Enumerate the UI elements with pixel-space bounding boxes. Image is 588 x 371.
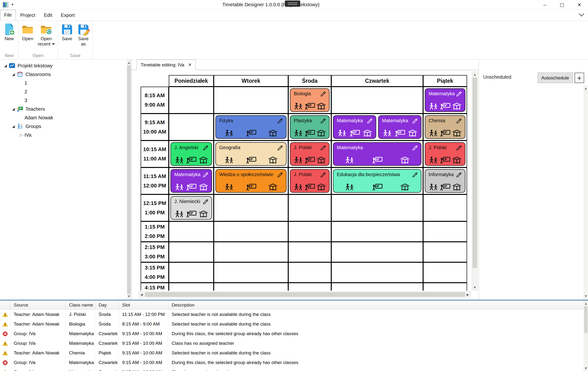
scroll-left-icon[interactable]: ◀ — [140, 292, 143, 297]
pencil-icon[interactable] — [277, 145, 283, 151]
scroll-up-icon[interactable]: ▲ — [584, 87, 588, 90]
issue-description: Selected teacher is not available during… — [168, 310, 588, 319]
pencil-icon[interactable] — [456, 145, 462, 151]
class-block-fizyka[interactable]: Fizyka — [215, 115, 286, 139]
pencil-icon[interactable] — [320, 91, 326, 97]
grid-hscroll-thumb[interactable] — [145, 292, 465, 297]
scroll-down-icon[interactable]: ▼ — [127, 295, 131, 298]
issue-row[interactable]: Group: IVaMatematykaCzwartek9:15 AM - 10… — [0, 358, 588, 367]
expander-expanded-icon[interactable]: ◢ — [10, 72, 17, 76]
expander-expanded-icon[interactable]: ◢ — [10, 124, 17, 129]
issues-scrollbar[interactable]: ▲ ▼ — [584, 301, 588, 371]
class-block-j-niemiecki[interactable]: J. Niemiecki — [170, 196, 212, 220]
class-block-geografia[interactable]: Geografia — [215, 142, 286, 166]
tree-item-adam-nowak[interactable]: Adam Nowak — [0, 113, 131, 122]
ribbon-collapse-chevron-icon[interactable] — [578, 13, 585, 17]
tree-item-groups[interactable]: ◢Groups — [0, 122, 131, 131]
issue-row[interactable]: Group: IVaMatematykaCzwartek9:15 AM - 10… — [0, 329, 588, 338]
pencil-icon[interactable] — [456, 91, 462, 97]
ribbon-button-save-as[interactable]: Saveas — [75, 22, 92, 52]
grid-horizontal-scrollbar[interactable]: ◀ ▶ — [138, 291, 471, 298]
window-close-button[interactable]: ✕ — [571, 0, 588, 10]
pencil-icon[interactable] — [320, 118, 326, 124]
ribbon-button-open[interactable]: Open — [20, 22, 36, 52]
issue-row[interactable]: Teacher: Adam NowakBiologiaŚroda8:15 AM … — [0, 319, 588, 329]
class-block-wiedza-o-społeczeństwie[interactable]: Wiedza o społeczeństwie — [215, 169, 286, 193]
issue-row[interactable]: Teacher: Adam NowakChemiaPiątek9:15 AM -… — [0, 348, 588, 358]
tab-close-icon[interactable]: ✕ — [188, 62, 192, 67]
pencil-icon[interactable] — [412, 118, 418, 124]
scroll-down-icon[interactable]: ▼ — [584, 295, 588, 298]
class-block-biologia[interactable]: Biologia — [290, 88, 330, 112]
tree-item-3[interactable]: 3 — [0, 96, 131, 105]
pencil-icon[interactable] — [412, 145, 418, 151]
class-block-j-angielski[interactable]: J. Angielski — [170, 142, 212, 166]
expander-collapsed-icon[interactable]: ▷ — [18, 132, 24, 138]
pencil-icon[interactable] — [202, 172, 209, 178]
tree-scrollbar[interactable]: ▲ ▼ — [127, 60, 131, 299]
class-block-j-polski[interactable]: J. Polski — [425, 142, 465, 166]
expander-expanded-icon[interactable]: ◢ — [10, 107, 17, 111]
class-block-informatyka[interactable]: Informatyka — [425, 169, 465, 193]
scroll-down-icon[interactable]: ▼ — [472, 286, 478, 289]
tab-timetable-editing[interactable]: Timetable editing: IVa ✕ — [136, 60, 196, 70]
tree-item-teachers[interactable]: ◢Teachers — [0, 105, 131, 113]
menu-item-edit[interactable]: Edit — [39, 11, 56, 20]
class-block-edukacja-dla-bezpieczeństwa[interactable]: Edukacja dla bezpieczeństwa — [333, 169, 421, 193]
scroll-up-icon[interactable]: ▲ — [127, 61, 131, 64]
class-block-j-polski[interactable]: J. Polski — [290, 142, 330, 166]
tree-item-iva[interactable]: ▷IVa — [0, 131, 131, 139]
class-block-plastyka[interactable]: Plastyka — [290, 115, 330, 139]
pencil-icon[interactable] — [277, 172, 283, 178]
class-block-chemia[interactable]: Chemia — [425, 115, 465, 139]
teacher-icon — [440, 102, 451, 110]
issue-row[interactable]: Group: IVaMatematykaCzwartek9:15 AM - 10… — [0, 338, 588, 348]
window-minimize-button[interactable]: – — [536, 0, 553, 10]
tree-item-2[interactable]: 2 — [0, 87, 131, 96]
tree-item-projekt-tekstowy[interactable]: ◢Projekt tekstowy — [0, 61, 131, 70]
menu-item-file[interactable]: File — [0, 10, 16, 21]
class-block-matematyka[interactable]: Matematyka — [333, 115, 376, 139]
issue-row[interactable]: Group: IVaMatematykaCzwartek9:15 AM - 10… — [0, 367, 588, 371]
grid-cell: Matematyka — [423, 87, 467, 114]
tree-scrollbar-thumb[interactable] — [127, 65, 131, 294]
issues-scrollbar-thumb[interactable] — [584, 306, 587, 333]
scroll-up-icon[interactable]: ▲ — [472, 73, 478, 76]
ribbon-button-new[interactable]: New — [1, 22, 17, 52]
grid-vertical-scrollbar[interactable]: ▲ ▼ — [472, 71, 478, 291]
scroll-down-icon[interactable]: ▼ — [584, 367, 588, 370]
window-maximize-button[interactable]: ▢ — [553, 0, 571, 10]
class-block-matematyka[interactable]: Matematyka — [378, 115, 421, 139]
ribbon-button-open-recent[interactable]: Openrecent — [36, 22, 57, 52]
scroll-right-icon[interactable]: ▶ — [467, 292, 469, 297]
grid-vscroll-thumb[interactable] — [472, 78, 477, 268]
class-block-matematyka[interactable]: Matematyka — [333, 142, 421, 166]
quick-access-dropdown-icon[interactable]: ▼ — [11, 3, 14, 6]
scroll-up-icon[interactable]: ▲ — [584, 302, 588, 305]
pencil-icon[interactable] — [412, 172, 418, 178]
class-block-matematyka[interactable]: Matematyka — [170, 169, 212, 193]
pencil-icon[interactable] — [320, 172, 326, 178]
left-panel-divider[interactable] — [131, 59, 132, 300]
pencil-icon[interactable] — [367, 118, 373, 124]
classroom-icon — [452, 102, 462, 110]
add-class-button[interactable]: + — [575, 73, 584, 83]
menu-item-export[interactable]: Export — [56, 11, 79, 20]
autoschedule-button[interactable]: Autoschedule — [538, 73, 573, 83]
group-icon — [224, 183, 234, 191]
class-block-matematyka[interactable]: Matematyka — [425, 88, 465, 112]
issue-row[interactable]: Teacher: Adam NowakJ. PolskiŚroda11:15 A… — [0, 310, 588, 319]
tree-item-classrooms[interactable]: ◢Classrooms — [0, 70, 131, 79]
pencil-icon[interactable] — [456, 118, 462, 124]
unscheduled-scrollbar[interactable]: ▲ ▼ — [584, 85, 588, 299]
expander-expanded-icon[interactable]: ◢ — [2, 64, 9, 68]
pencil-icon[interactable] — [456, 172, 462, 178]
pencil-icon[interactable] — [202, 145, 209, 151]
pencil-icon[interactable] — [277, 118, 283, 124]
pencil-icon[interactable] — [320, 145, 326, 151]
menu-item-project[interactable]: Project — [16, 11, 39, 20]
tree-item-1[interactable]: 1 — [0, 79, 131, 87]
pencil-icon[interactable] — [202, 199, 209, 205]
class-block-j-polski[interactable]: J. Polski — [290, 169, 330, 193]
ribbon-button-save[interactable]: Save — [59, 22, 75, 52]
